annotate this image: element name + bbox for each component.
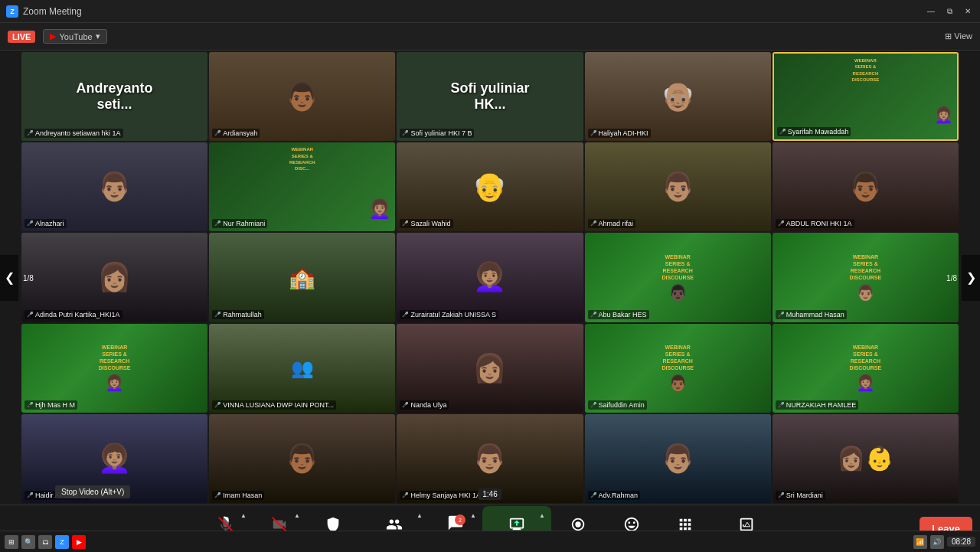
video-cell-1: Andreyanto seti... Andreyanto setiawan h… bbox=[21, 52, 207, 141]
face-6: 👨🏽 bbox=[21, 142, 207, 231]
zoom-icon: Z bbox=[6, 5, 18, 18]
video-cell-25: 👩🏽👶 Sri Mardiani bbox=[773, 414, 959, 503]
video-cell-15: WEBINARSERIES &RESEARCHDISCOURSE 👨🏽 Muha… bbox=[773, 233, 959, 322]
taskbar-icon-2[interactable]: 🔍 bbox=[21, 535, 35, 549]
participant-name-16: Hjh Mas H M bbox=[24, 400, 77, 410]
participant-name-2: Ardiansyah bbox=[212, 129, 260, 138]
webinar-bg-14: WEBINARSERIES &RESEARCHDISCOURSE 👨🏿 bbox=[585, 233, 771, 322]
video-cell-9: 👨🏽 Ahmad rifai bbox=[585, 142, 771, 231]
webinar-title-14: WEBINARSERIES &RESEARCHDISCOURSE bbox=[662, 253, 694, 281]
participant-name-15: Muhammad Hasan bbox=[776, 310, 847, 319]
participant-name-4: Haliyah ADI-HKI bbox=[588, 129, 651, 138]
participant-name-17: VINNA LUSIANA DWP IAIN PONT... bbox=[212, 400, 336, 410]
chat-caret[interactable]: ▲ bbox=[470, 512, 476, 519]
face-4: 👴🏽 bbox=[585, 52, 771, 141]
video-cell-5: WEBINARSERIES &RESEARCHDISCOURSE 👩🏽‍🦱 Sy… bbox=[773, 52, 959, 141]
title-bar-controls[interactable]: — ⧉ ✕ bbox=[925, 5, 974, 18]
nav-next-button[interactable]: ❯ bbox=[962, 255, 980, 301]
participant-name-12: Rahmatullah bbox=[212, 310, 264, 319]
participant-name-22: Imam Hasan bbox=[212, 491, 264, 500]
participant-name-8: Sazali Wahid bbox=[400, 219, 452, 228]
participant-name-20: NURZAKIAH RAMLEE bbox=[776, 400, 859, 410]
stop-video-caret[interactable]: ▲ bbox=[294, 512, 300, 519]
participant-name-3: Sofi yuliniar HKI 7 B bbox=[400, 129, 474, 138]
video-cell-24: 👨🏽 Adv.Rahman bbox=[585, 414, 771, 503]
video-cell-12: 🏫 Rahmatullah bbox=[209, 233, 395, 322]
view-button[interactable]: ⊞ View bbox=[945, 31, 972, 41]
big-name-3: Sofi yuliniar HK... bbox=[443, 80, 537, 113]
face-8: 👴 bbox=[397, 142, 583, 231]
taskbar-icon-1[interactable]: ⊞ bbox=[5, 535, 18, 549]
video-cell-13: 👩🏽‍🦱 Zurairatul Zakiah UNISSA S bbox=[397, 233, 583, 322]
participant-name-23: Helmy Sanjaya HKI 1A bbox=[400, 491, 483, 500]
video-cell-10: 👨🏾 ABDUL RONI HKI 1A bbox=[773, 142, 959, 231]
video-cell-18: 👩🏽 Nanda Ulya bbox=[397, 324, 583, 413]
webinar-bg-16: WEBINARSERIES &RESEARCHDISCOURSE 👩🏽‍🦱 bbox=[21, 324, 207, 413]
video-cell-16: WEBINARSERIES &RESEARCHDISCOURSE 👩🏽‍🦱 Hj… bbox=[21, 324, 207, 413]
webinar-slide-5: WEBINARSERIES &RESEARCHDISCOURSE bbox=[778, 57, 953, 83]
svg-point-3 bbox=[575, 521, 580, 527]
webinar-bg-15: WEBINARSERIES &RESEARCHDISCOURSE 👨🏽 bbox=[773, 233, 959, 322]
share-screen-caret[interactable]: ▲ bbox=[539, 512, 545, 519]
title-bar: Z Zoom Meeting — ⧉ ✕ bbox=[0, 0, 980, 23]
webinar-bg-20: WEBINARSERIES &RESEARCHDISCOURSE 👩🏽‍🦱 bbox=[773, 324, 959, 413]
face-9: 👨🏽 bbox=[585, 142, 771, 231]
webinar-title-19: WEBINARSERIES &RESEARCHDISCOURSE bbox=[662, 344, 694, 371]
face-22: 👨🏾 bbox=[209, 414, 395, 503]
video-cell-7: WEBINARSERIES &RESEARCHDISC... 👩🏽‍🦱 Nur … bbox=[209, 142, 395, 231]
youtube-button[interactable]: ▶ YouTube ▾ bbox=[43, 29, 106, 44]
title-text: Zoom Meeting bbox=[23, 6, 82, 17]
live-badge: LIVE bbox=[8, 31, 35, 43]
face-24: 👨🏽 bbox=[585, 414, 771, 503]
taskbar-icon-4[interactable]: Z bbox=[55, 535, 69, 549]
taskbar: ⊞ 🔍 🗂 Z ▶ 📶 🔊 08:28 bbox=[0, 531, 980, 552]
face-11: 👩🏽 bbox=[21, 233, 207, 322]
face-10: 👨🏾 bbox=[773, 142, 959, 231]
video-cell-2: 👨🏾 Ardiansyah bbox=[209, 52, 395, 141]
close-button[interactable]: ✕ bbox=[962, 5, 974, 18]
face-18: 👩🏽 bbox=[397, 324, 583, 413]
video-cell-6: 👨🏽 Alnazhari bbox=[21, 142, 207, 231]
participant-name-25: Sri Mardiani bbox=[776, 491, 825, 500]
participant-name-6: Alnazhari bbox=[24, 219, 67, 228]
webinar-title-15: WEBINARSERIES &RESEARCHDISCOURSE bbox=[850, 253, 882, 281]
participant-name-11: Adinda Putri Kartika_HKI1A bbox=[24, 310, 122, 319]
maximize-button[interactable]: ⧉ bbox=[943, 5, 956, 18]
participant-name-1: Andreyanto setiawan hki 1A bbox=[24, 129, 123, 138]
stop-video-tooltip: Stop Video (Alt+V) bbox=[55, 485, 130, 498]
face-12: 🏫 bbox=[209, 233, 395, 322]
video-cell-11: 👩🏽 Adinda Putri Kartika_HKI1A bbox=[21, 233, 207, 322]
video-grid: Andreyanto seti... Andreyanto setiawan h… bbox=[0, 51, 980, 505]
youtube-label: YouTube bbox=[59, 32, 92, 41]
video-cell-20: WEBINARSERIES &RESEARCHDISCOURSE 👩🏽‍🦱 NU… bbox=[773, 324, 959, 413]
taskbar-icon-5[interactable]: ▶ bbox=[72, 535, 86, 549]
video-cell-8: 👴 Sazali Wahid bbox=[397, 142, 583, 231]
speaker-icon: 🔊 bbox=[930, 535, 944, 549]
participant-name-19: Saifuddin Amin bbox=[588, 400, 647, 410]
webinar-title-16: WEBINARSERIES &RESEARCHDISCOURSE bbox=[99, 344, 131, 371]
video-cell-19: WEBINARSERIES &RESEARCHDISCOURSE 👨🏾 Saif… bbox=[585, 324, 771, 413]
webinar-title-20: WEBINARSERIES &RESEARCHDISCOURSE bbox=[850, 344, 882, 371]
participant-name-14: Abu Bakar HES bbox=[588, 310, 649, 319]
face-25: 👩🏽👶 bbox=[773, 414, 959, 503]
face-13: 👩🏽‍🦱 bbox=[397, 233, 583, 322]
top-bar: LIVE ▶ YouTube ▾ ⊞ View bbox=[0, 23, 980, 51]
participant-name-9: Ahmad rifai bbox=[588, 219, 636, 228]
participants-caret[interactable]: ▲ bbox=[416, 512, 423, 519]
participant-name-18: Nanda Ulya bbox=[400, 400, 449, 410]
webinar-bg-19: WEBINARSERIES &RESEARCHDISCOURSE 👨🏾 bbox=[585, 324, 771, 413]
video-cell-4: 👴🏽 Haliyah ADI-HKI bbox=[585, 52, 771, 141]
participant-name-24: Adv.Rahman bbox=[588, 491, 640, 500]
participant-name-7: Nur Rahmiani bbox=[212, 219, 267, 228]
video-cell-17: 👥 VINNA LUSIANA DWP IAIN PONT... bbox=[209, 324, 395, 413]
unmute-caret[interactable]: ▲ bbox=[240, 512, 247, 519]
youtube-caret: ▾ bbox=[96, 31, 100, 41]
nav-prev-button[interactable]: ❮ bbox=[0, 255, 18, 301]
video-cell-3: Sofi yuliniar HK... Sofi yuliniar HKI 7 … bbox=[397, 52, 583, 141]
taskbar-clock: 08:28 bbox=[947, 537, 975, 547]
big-name-1: Andreyanto seti... bbox=[68, 80, 162, 113]
minimize-button[interactable]: — bbox=[925, 5, 937, 18]
main-area: ❮ 1/8 Andreyanto seti... Andreyanto seti… bbox=[0, 51, 980, 505]
participant-name-10: ABDUL RONI HKI 1A bbox=[776, 219, 854, 228]
taskbar-icon-3[interactable]: 🗂 bbox=[38, 535, 52, 549]
